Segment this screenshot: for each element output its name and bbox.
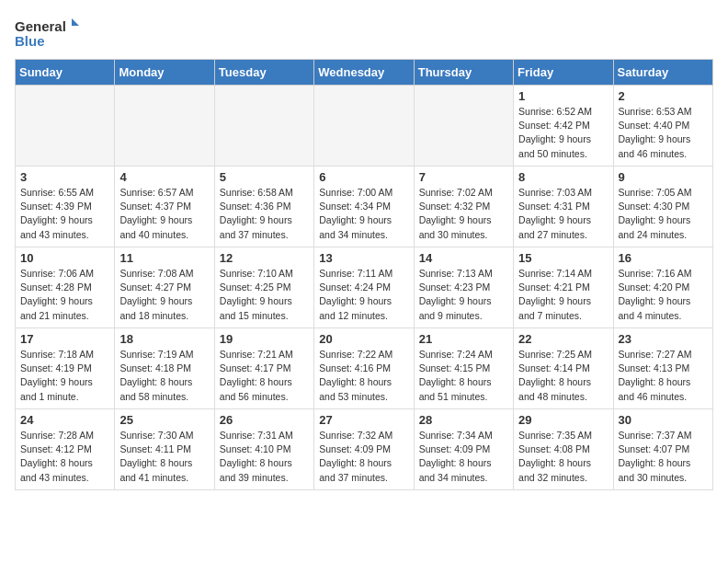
day-header-wednesday: Wednesday <box>314 60 414 86</box>
calendar-cell: 24Sunrise: 7:28 AM Sunset: 4:12 PM Dayli… <box>16 409 115 490</box>
calendar-cell: 29Sunrise: 7:35 AM Sunset: 4:08 PM Dayli… <box>514 409 613 490</box>
calendar-cell: 15Sunrise: 7:14 AM Sunset: 4:21 PM Dayli… <box>514 247 613 328</box>
day-header-friday: Friday <box>514 60 613 86</box>
calendar-week-4: 17Sunrise: 7:18 AM Sunset: 4:19 PM Dayli… <box>16 328 713 409</box>
day-info: Sunrise: 7:34 AM Sunset: 4:09 PM Dayligh… <box>419 429 508 485</box>
svg-text:General: General <box>15 18 66 34</box>
day-info: Sunrise: 7:22 AM Sunset: 4:16 PM Dayligh… <box>319 348 408 404</box>
day-number: 7 <box>419 170 508 184</box>
day-number: 1 <box>518 89 608 103</box>
calendar-cell: 26Sunrise: 7:31 AM Sunset: 4:10 PM Dayli… <box>214 409 313 490</box>
day-number: 23 <box>619 332 708 346</box>
day-info: Sunrise: 7:02 AM Sunset: 4:32 PM Dayligh… <box>419 186 508 242</box>
day-number: 6 <box>319 170 408 184</box>
calendar-cell <box>16 86 115 167</box>
day-info: Sunrise: 7:30 AM Sunset: 4:11 PM Dayligh… <box>119 429 209 485</box>
day-info: Sunrise: 7:00 AM Sunset: 4:34 PM Dayligh… <box>319 186 408 242</box>
day-info: Sunrise: 7:19 AM Sunset: 4:18 PM Dayligh… <box>119 348 209 404</box>
calendar-table: SundayMondayTuesdayWednesdayThursdayFrid… <box>15 59 713 490</box>
day-info: Sunrise: 6:55 AM Sunset: 4:39 PM Dayligh… <box>20 186 109 242</box>
day-number: 27 <box>319 413 408 427</box>
calendar-cell: 16Sunrise: 7:16 AM Sunset: 4:20 PM Dayli… <box>613 247 712 328</box>
day-number: 2 <box>619 89 708 103</box>
day-number: 10 <box>20 251 109 265</box>
day-number: 5 <box>220 170 309 184</box>
calendar-cell: 12Sunrise: 7:10 AM Sunset: 4:25 PM Dayli… <box>214 247 313 328</box>
header-area: General Blue <box>15 15 713 52</box>
calendar-cell: 9Sunrise: 7:05 AM Sunset: 4:30 PM Daylig… <box>613 167 712 247</box>
day-number: 16 <box>619 251 708 265</box>
day-info: Sunrise: 6:57 AM Sunset: 4:37 PM Dayligh… <box>119 186 209 242</box>
calendar-cell: 30Sunrise: 7:37 AM Sunset: 4:07 PM Dayli… <box>613 409 712 490</box>
day-number: 25 <box>119 413 209 427</box>
day-header-saturday: Saturday <box>613 60 712 86</box>
calendar-cell: 7Sunrise: 7:02 AM Sunset: 4:32 PM Daylig… <box>414 167 513 247</box>
day-number: 4 <box>119 170 209 184</box>
calendar-cell: 17Sunrise: 7:18 AM Sunset: 4:19 PM Dayli… <box>16 328 115 409</box>
calendar-cell <box>214 86 313 167</box>
calendar-cell: 28Sunrise: 7:34 AM Sunset: 4:09 PM Dayli… <box>414 409 513 490</box>
calendar-cell: 18Sunrise: 7:19 AM Sunset: 4:18 PM Dayli… <box>115 328 214 409</box>
calendar-header-row: SundayMondayTuesdayWednesdayThursdayFrid… <box>16 60 713 86</box>
day-number: 29 <box>518 413 608 427</box>
day-info: Sunrise: 7:24 AM Sunset: 4:15 PM Dayligh… <box>419 348 508 404</box>
calendar-week-5: 24Sunrise: 7:28 AM Sunset: 4:12 PM Dayli… <box>16 409 713 490</box>
calendar-cell: 3Sunrise: 6:55 AM Sunset: 4:39 PM Daylig… <box>16 167 115 247</box>
day-number: 19 <box>220 332 309 346</box>
day-info: Sunrise: 7:18 AM Sunset: 4:19 PM Dayligh… <box>20 348 109 404</box>
day-info: Sunrise: 7:14 AM Sunset: 4:21 PM Dayligh… <box>518 267 608 323</box>
day-info: Sunrise: 7:31 AM Sunset: 4:10 PM Dayligh… <box>220 429 309 485</box>
svg-marker-2 <box>72 18 79 26</box>
calendar-cell <box>115 86 214 167</box>
day-number: 20 <box>319 332 408 346</box>
calendar-cell <box>414 86 513 167</box>
day-number: 8 <box>518 170 608 184</box>
day-number: 15 <box>518 251 608 265</box>
day-info: Sunrise: 7:03 AM Sunset: 4:31 PM Dayligh… <box>518 186 608 242</box>
calendar-cell: 11Sunrise: 7:08 AM Sunset: 4:27 PM Dayli… <box>115 247 214 328</box>
day-info: Sunrise: 7:21 AM Sunset: 4:17 PM Dayligh… <box>220 348 309 404</box>
day-info: Sunrise: 7:08 AM Sunset: 4:27 PM Dayligh… <box>119 267 209 323</box>
calendar-week-2: 3Sunrise: 6:55 AM Sunset: 4:39 PM Daylig… <box>16 167 713 247</box>
calendar-week-3: 10Sunrise: 7:06 AM Sunset: 4:28 PM Dayli… <box>16 247 713 328</box>
day-number: 11 <box>119 251 209 265</box>
day-header-thursday: Thursday <box>414 60 513 86</box>
day-header-sunday: Sunday <box>16 60 115 86</box>
calendar-cell: 25Sunrise: 7:30 AM Sunset: 4:11 PM Dayli… <box>115 409 214 490</box>
day-number: 28 <box>419 413 508 427</box>
day-info: Sunrise: 6:58 AM Sunset: 4:36 PM Dayligh… <box>220 186 309 242</box>
day-info: Sunrise: 7:16 AM Sunset: 4:20 PM Dayligh… <box>619 267 708 323</box>
day-info: Sunrise: 7:35 AM Sunset: 4:08 PM Dayligh… <box>518 429 608 485</box>
calendar-cell: 4Sunrise: 6:57 AM Sunset: 4:37 PM Daylig… <box>115 167 214 247</box>
calendar-cell: 22Sunrise: 7:25 AM Sunset: 4:14 PM Dayli… <box>514 328 613 409</box>
day-info: Sunrise: 7:32 AM Sunset: 4:09 PM Dayligh… <box>319 429 408 485</box>
day-header-monday: Monday <box>115 60 214 86</box>
calendar-cell: 20Sunrise: 7:22 AM Sunset: 4:16 PM Dayli… <box>314 328 414 409</box>
day-number: 9 <box>619 170 708 184</box>
day-info: Sunrise: 7:25 AM Sunset: 4:14 PM Dayligh… <box>518 348 608 404</box>
logo: General Blue <box>15 15 79 52</box>
day-number: 14 <box>419 251 508 265</box>
calendar-cell: 8Sunrise: 7:03 AM Sunset: 4:31 PM Daylig… <box>514 167 613 247</box>
day-info: Sunrise: 6:53 AM Sunset: 4:40 PM Dayligh… <box>619 105 708 161</box>
day-info: Sunrise: 7:27 AM Sunset: 4:13 PM Dayligh… <box>619 348 708 404</box>
day-number: 24 <box>20 413 109 427</box>
calendar-cell: 1Sunrise: 6:52 AM Sunset: 4:42 PM Daylig… <box>514 86 613 167</box>
day-header-tuesday: Tuesday <box>214 60 313 86</box>
calendar-cell: 2Sunrise: 6:53 AM Sunset: 4:40 PM Daylig… <box>613 86 712 167</box>
day-info: Sunrise: 7:10 AM Sunset: 4:25 PM Dayligh… <box>220 267 309 323</box>
calendar-week-1: 1Sunrise: 6:52 AM Sunset: 4:42 PM Daylig… <box>16 86 713 167</box>
calendar-cell: 10Sunrise: 7:06 AM Sunset: 4:28 PM Dayli… <box>16 247 115 328</box>
day-info: Sunrise: 7:06 AM Sunset: 4:28 PM Dayligh… <box>20 267 109 323</box>
calendar-cell: 21Sunrise: 7:24 AM Sunset: 4:15 PM Dayli… <box>414 328 513 409</box>
day-number: 18 <box>119 332 209 346</box>
logo-svg: General Blue <box>15 15 79 52</box>
day-info: Sunrise: 7:28 AM Sunset: 4:12 PM Dayligh… <box>20 429 109 485</box>
calendar-cell: 5Sunrise: 6:58 AM Sunset: 4:36 PM Daylig… <box>214 167 313 247</box>
calendar-cell: 13Sunrise: 7:11 AM Sunset: 4:24 PM Dayli… <box>314 247 414 328</box>
day-number: 22 <box>518 332 608 346</box>
calendar-cell: 19Sunrise: 7:21 AM Sunset: 4:17 PM Dayli… <box>214 328 313 409</box>
day-info: Sunrise: 7:05 AM Sunset: 4:30 PM Dayligh… <box>619 186 708 242</box>
calendar-cell: 6Sunrise: 7:00 AM Sunset: 4:34 PM Daylig… <box>314 167 414 247</box>
day-number: 3 <box>20 170 109 184</box>
